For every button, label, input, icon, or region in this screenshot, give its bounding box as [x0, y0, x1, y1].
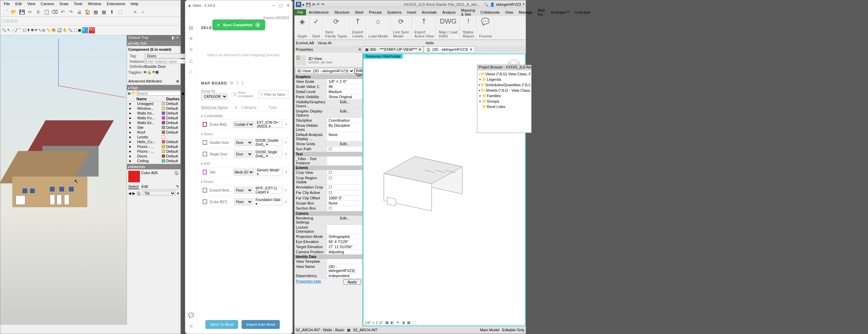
expand-icon[interactable]: + [478, 83, 480, 87]
material-category[interactable]: Tile [143, 191, 176, 196]
tab-systems[interactable]: Systems [384, 9, 404, 15]
zoom-icon[interactable]: 🔍 [68, 28, 73, 32]
minimize-icon[interactable]: ─ [272, 3, 275, 8]
prop-value[interactable]: ☐ [327, 147, 362, 152]
view-tab-3d[interactable]: 🏠 {3D - eklingerHFVZ3} ✕ [424, 46, 475, 53]
property-row[interactable]: View Template [294, 259, 362, 264]
element-swatch[interactable] [203, 152, 207, 156]
login-icon[interactable]: ✕ [131, 8, 139, 16]
help2-icon[interactable]: ? [522, 2, 524, 6]
property-row[interactable]: View Scale1/8" = 1'-0" [294, 79, 362, 84]
component-icon[interactable]: ▣ [78, 28, 81, 32]
tree-node[interactable]: +📁 Groups [478, 98, 531, 104]
helix-titlebar[interactable]: ◆ Helix - 2.14.0 ─ ▢ ✕ [185, 0, 292, 11]
apply-button[interactable]: Apply [343, 279, 361, 285]
line-icon[interactable]: ╱ [15, 28, 18, 32]
type-select[interactable]: Generic Model ▾ [256, 169, 283, 176]
ribbon-button[interactable]: ✓Start [310, 17, 322, 39]
tab-close-icon[interactable]: ✕ [469, 47, 473, 52]
chat-icon[interactable]: 💬 [188, 313, 194, 319]
qa-save-icon[interactable]: 💾 [306, 2, 311, 7]
send-to-revit-button[interactable]: Send To Revit [205, 320, 238, 329]
tag-row[interactable]: ● Walls Ex... Default [128, 120, 180, 125]
prop-value[interactable]: None [327, 132, 362, 141]
model-info-icon[interactable]: 🏠 [84, 8, 91, 16]
ribbon-button[interactable]: ⌂Load Model [366, 17, 390, 39]
tree-node[interactable]: +📁 Sheets (*JLG - View Class, Discipline… [478, 88, 531, 93]
prop-group-header[interactable]: Graphics [294, 75, 362, 79]
ribbon-button[interactable]: ⤒ExportActive View [413, 17, 436, 39]
status-worksets-icon[interactable]: ▦ [347, 328, 350, 332]
tab-analyze[interactable]: Analyze [439, 9, 458, 15]
extension-icon[interactable]: ▦ [92, 8, 99, 16]
status-main[interactable]: Main Model [480, 328, 500, 332]
tag-search-input[interactable] [137, 91, 181, 96]
type-select[interactable]: DOOR_Double (Inst)_ ▾ [254, 139, 283, 146]
visibility-icon[interactable]: ● [128, 159, 132, 163]
tab-file[interactable]: File [294, 9, 306, 15]
material-home-icon[interactable]: 🏠 [174, 171, 179, 182]
element-swatch[interactable] [203, 140, 207, 145]
tab-view[interactable]: View [503, 9, 516, 15]
tag-row[interactable]: ● Levels [128, 135, 180, 139]
podium-icon[interactable]: PO [89, 27, 95, 33]
property-row[interactable]: Crop Region Visible☐ [294, 176, 362, 185]
select-icon[interactable]: 🔍 [2, 28, 6, 32]
tab-annotate[interactable]: Annotate [419, 9, 439, 15]
ribbon-button[interactable]: ⟳SyncFamily Types [323, 17, 350, 39]
undo-icon[interactable]: ↶ [59, 8, 67, 16]
material-select-tab[interactable]: Select [128, 184, 139, 189]
type-select[interactable]: EXT_(CW-2)+(INSUL ▾ [256, 121, 283, 128]
property-row[interactable]: Sun Path☐ [294, 147, 362, 152]
property-row[interactable]: DisciplineCoordination [294, 118, 362, 123]
col-skname[interactable]: Sketchup Name [201, 105, 235, 110]
tab-precast[interactable]: Precast [366, 9, 384, 15]
map-group-header[interactable]: ▾ Floors [201, 180, 288, 184]
expand-icon[interactable]: + [478, 99, 482, 103]
props-type-card[interactable]: 🏠 3D View 10-DOC_3D View [294, 54, 362, 67]
offset-icon[interactable]: ◎ [42, 28, 45, 32]
material-swatch[interactable] [128, 171, 140, 182]
tab-architecture[interactable]: Architecture [306, 9, 332, 15]
tag-color-swatch[interactable] [162, 126, 165, 129]
zoomext-icon[interactable]: ⛶ [73, 28, 77, 32]
material-fwd-icon[interactable]: ▶ [132, 191, 135, 196]
eraser-tool-icon[interactable]: ⟋ [11, 28, 15, 32]
tab-steel[interactable]: Steel [352, 9, 366, 15]
add-folder-icon[interactable]: 📁 [131, 91, 136, 96]
arrow-icon[interactable]: ↖ [7, 28, 10, 32]
tag-row[interactable]: ● Floors - ... Default [128, 149, 180, 154]
iso-icon[interactable]: ⬚ [2, 19, 5, 23]
check-icon[interactable]: ✓ [140, 8, 147, 16]
visibility-icon[interactable]: ● [128, 116, 132, 120]
front-icon[interactable]: ◫ [10, 19, 13, 23]
prop-value[interactable]: Edit... [327, 141, 362, 146]
menu-file[interactable]: File [2, 1, 12, 6]
move-icon[interactable]: ✥ [31, 28, 34, 32]
prop-value[interactable]: Coordination [327, 118, 362, 123]
scale-display[interactable]: 1/8" = 1'-0" [365, 321, 383, 325]
redo-icon[interactable]: ↷ [67, 8, 75, 16]
pushpull-icon[interactable]: ⬆ [27, 28, 30, 32]
category-select[interactable]: Floor [234, 198, 253, 205]
ribbon-button[interactable]: !StatusReport [461, 17, 476, 39]
maximize-icon[interactable]: ▢ [279, 3, 283, 8]
type-select[interactable]: DOOR_Single (Inst)_ ▾ [254, 151, 283, 157]
filter-input[interactable] [263, 91, 287, 98]
col-type[interactable]: Type [269, 105, 277, 110]
property-row[interactable]: Parts VisibilityShow Original [294, 94, 362, 100]
settings-icon[interactable]: ✕ [188, 36, 194, 42]
paste-icon[interactable]: 📋 [43, 8, 50, 16]
view-tab-startup[interactable]: ▦ 000 - ***START-UP VIEW*** ✕ [363, 46, 424, 53]
prop-group-header[interactable]: Extents [294, 166, 362, 170]
category-select[interactable]: Door [234, 151, 253, 157]
edit-type-button[interactable]: Edit Type [355, 68, 363, 74]
tab-enscape[interactable]: Enscape™ [548, 9, 572, 15]
new-icon[interactable]: 📄 [2, 8, 9, 16]
visibility-icon[interactable]: ● [128, 149, 132, 153]
ribbon-button[interactable]: ⟳Live SyncModel [391, 17, 412, 39]
category-select[interactable]: Floor [234, 187, 253, 194]
advanced-expand-icon[interactable]: ⊕ [176, 79, 179, 84]
expand-icon[interactable]: + [478, 88, 481, 92]
prop-value[interactable]: Edit... [327, 216, 362, 225]
